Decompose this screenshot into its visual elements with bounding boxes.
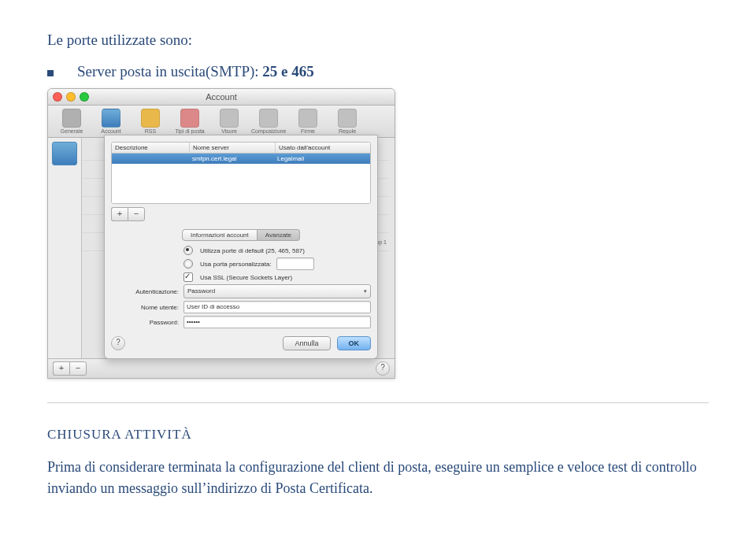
add-button[interactable]: + [111, 207, 128, 221]
chevron-down-icon: ▾ [364, 286, 367, 297]
section-heading: CHIUSURA ATTIVITÀ [47, 427, 709, 443]
tab-advanced[interactable]: Avanzate [258, 229, 300, 241]
toolbar-item[interactable]: Generale [54, 109, 89, 134]
bullet-prefix: Server posta in uscita(SMTP): [77, 63, 262, 80]
cell-server: smtpn.cert.legal [189, 154, 274, 164]
toolbar-item[interactable]: Visore [212, 109, 246, 134]
bullet-text: Server posta in uscita(SMTP): 25 e 465 [77, 63, 314, 80]
cell-description [112, 154, 189, 164]
bullet-item: Server posta in uscita(SMTP): 25 e 465 [47, 63, 709, 80]
radio-default-label: Utilizza porte di default (25, 465, 587) [200, 247, 305, 254]
ports-heading: Le porte utilizzate sono: [47, 31, 709, 49]
table-row[interactable]: smtpn.cert.legal Legalmail [112, 154, 370, 164]
username-row: Nome utente: User ID di accesso [111, 301, 371, 313]
server-table: Descrizione Nome server Usato dall'accou… [111, 142, 371, 204]
toolbar-item[interactable]: RSS [133, 109, 168, 134]
toolbar-item[interactable]: Account [94, 109, 128, 134]
bullet-values: 25 e 465 [262, 63, 313, 80]
table-header: Descrizione Nome server Usato dall'accou… [112, 143, 370, 154]
radio-icon [183, 246, 193, 255]
radio-icon [183, 259, 193, 269]
add-remove-controls: + − [111, 207, 371, 221]
window-bottom-bar: + − ? [48, 358, 395, 378]
cell-usedby: Legalmail [274, 154, 370, 164]
table-empty-area [112, 164, 370, 203]
embedded-screenshot: Account Generale Account RSS Tipi di pos… [47, 88, 709, 379]
checkbox-icon [183, 272, 193, 282]
help-button[interactable]: ? [376, 361, 390, 376]
account-item[interactable] [52, 142, 77, 165]
bullet-icon [47, 70, 54, 76]
password-row: Password: •••••• [111, 316, 371, 328]
th-description: Descrizione [112, 143, 190, 153]
preferences-toolbar: Generale Account RSS Tipi di posta Visor… [48, 106, 395, 138]
main-panel: Stop 1 Descrizione Nome server Usato dal… [82, 138, 395, 358]
ssl-checkbox-row[interactable]: Usa SSL (Secure Sockets Layer) [111, 272, 371, 282]
remove-button[interactable]: − [128, 207, 145, 221]
content-area: Stop 1 Descrizione Nome server Usato dal… [48, 138, 395, 358]
section-divider [47, 402, 709, 403]
radio-custom-label: Usa porta personalizzata: [200, 261, 272, 268]
preferences-window: Account Generale Account RSS Tipi di pos… [47, 88, 395, 379]
window-title: Account [48, 92, 395, 102]
th-usedby: Usato dall'account [276, 143, 370, 153]
username-label: Nome utente: [111, 304, 179, 311]
ok-button[interactable]: OK [337, 336, 372, 350]
sheet-tabs: Informazioni account Avanzate [111, 229, 371, 241]
smtp-sheet: Descrizione Nome server Usato dall'accou… [104, 135, 378, 359]
window-titlebar: Account [48, 89, 395, 106]
toolbar-item[interactable]: Regole [330, 109, 365, 134]
toolbar-item[interactable]: Composizione [251, 109, 286, 134]
auth-select[interactable]: Password ▾ [183, 284, 371, 298]
radio-custom-port[interactable]: Usa porta personalizzata: [111, 257, 371, 270]
radio-default-ports[interactable]: Utilizza porte di default (25, 465, 587) [111, 246, 371, 255]
closing-paragraph: Prima di considerare terminata la config… [47, 457, 709, 499]
cancel-button[interactable]: Annulla [283, 336, 330, 350]
toolbar-item[interactable]: Tipi di posta [172, 109, 207, 134]
accounts-sidebar [48, 138, 82, 358]
auth-label: Autenticazione: [111, 288, 179, 295]
password-input[interactable]: •••••• [183, 316, 371, 328]
tab-account-info[interactable]: Informazioni account [182, 229, 258, 241]
help-button[interactable]: ? [111, 336, 125, 350]
username-input[interactable]: User ID di accesso [183, 301, 371, 313]
ssl-label: Usa SSL (Secure Sockets Layer) [200, 274, 292, 281]
password-label: Password: [111, 319, 179, 326]
dialog-buttons: ? Annulla OK [111, 336, 371, 350]
add-account-button[interactable]: + [53, 361, 69, 376]
toolbar-item[interactable]: Firme [291, 109, 325, 134]
auth-row: Autenticazione: Password ▾ [111, 284, 371, 298]
auth-value: Password [187, 286, 215, 297]
remove-account-button[interactable]: − [69, 361, 87, 376]
custom-port-input[interactable] [276, 257, 314, 270]
th-server: Nome server [190, 143, 276, 153]
